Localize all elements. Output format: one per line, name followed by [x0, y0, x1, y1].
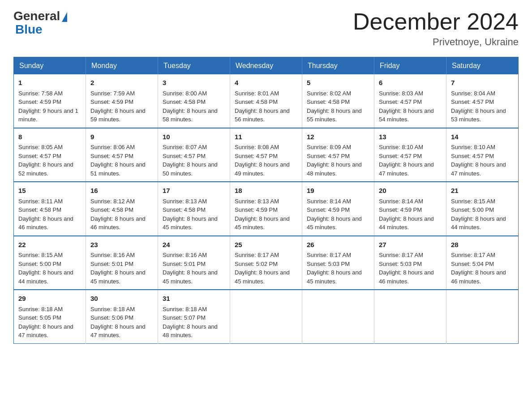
sunrise-text: Sunrise: 8:06 AM: [90, 144, 135, 150]
sunset-text: Sunset: 5:03 PM: [379, 261, 422, 267]
day-number: 31: [163, 294, 225, 304]
day-number: 9: [90, 132, 153, 142]
sunrise-text: Sunrise: 8:16 AM: [163, 252, 207, 258]
location-label: Privetnoye, Ukraine: [353, 36, 519, 48]
calendar-week-row: 29 Sunrise: 8:18 AM Sunset: 5:05 PM Dayl…: [14, 290, 519, 343]
daylight-text: Daylight: 8 hours and 47 minutes.: [451, 161, 506, 177]
sunrise-text: Sunrise: 8:05 AM: [18, 144, 63, 150]
daylight-text: Daylight: 8 hours and 47 minutes.: [90, 323, 146, 339]
daylight-text: Daylight: 8 hours and 46 minutes.: [451, 269, 506, 285]
daylight-text: Daylight: 8 hours and 44 minutes.: [451, 215, 506, 231]
sunset-text: Sunset: 5:04 PM: [451, 261, 494, 267]
day-number: 5: [307, 78, 369, 88]
sunrise-text: Sunrise: 8:18 AM: [90, 306, 135, 313]
day-number: 12: [307, 132, 369, 142]
daylight-text: Daylight: 8 hours and 47 minutes.: [18, 323, 73, 339]
calendar-day-cell: 3 Sunrise: 8:00 AM Sunset: 4:58 PM Dayli…: [158, 74, 230, 128]
day-number: 25: [235, 240, 297, 250]
calendar-day-cell: 7 Sunrise: 8:04 AM Sunset: 4:57 PM Dayli…: [446, 74, 519, 128]
logo-general-text: General: [13, 9, 60, 23]
calendar-day-cell: [446, 290, 519, 343]
sunset-text: Sunset: 4:59 PM: [307, 206, 350, 213]
day-number: 8: [18, 132, 81, 142]
title-section: December 2024 Privetnoye, Ukraine: [353, 9, 519, 48]
calendar-day-cell: 26 Sunrise: 8:17 AM Sunset: 5:03 PM Dayl…: [302, 236, 374, 290]
day-of-week-header: Sunday: [14, 57, 86, 75]
daylight-text: Daylight: 8 hours and 52 minutes.: [18, 161, 73, 177]
sunrise-text: Sunrise: 8:00 AM: [163, 90, 207, 97]
day-number: 2: [90, 78, 153, 88]
sunset-text: Sunset: 4:57 PM: [451, 153, 494, 159]
calendar-day-cell: 8 Sunrise: 8:05 AM Sunset: 4:57 PM Dayli…: [14, 128, 86, 182]
sunset-text: Sunset: 5:00 PM: [18, 261, 61, 267]
calendar-day-cell: 10 Sunrise: 8:07 AM Sunset: 4:57 PM Dayl…: [158, 128, 230, 182]
day-number: 21: [451, 186, 514, 196]
days-header-row: SundayMondayTuesdayWednesdayThursdayFrid…: [14, 57, 519, 75]
day-number: 27: [379, 240, 442, 250]
daylight-text: Daylight: 8 hours and 51 minutes.: [90, 161, 146, 177]
calendar-day-cell: 18 Sunrise: 8:13 AM Sunset: 4:59 PM Dayl…: [230, 182, 302, 236]
sunset-text: Sunset: 4:57 PM: [18, 153, 61, 159]
sunrise-text: Sunrise: 8:12 AM: [90, 198, 135, 205]
daylight-text: Daylight: 8 hours and 46 minutes.: [90, 215, 146, 231]
day-of-week-header: Tuesday: [158, 57, 230, 75]
day-of-week-header: Monday: [86, 57, 158, 75]
sunset-text: Sunset: 4:58 PM: [307, 98, 350, 105]
sunrise-text: Sunrise: 8:14 AM: [379, 198, 423, 205]
sunset-text: Sunset: 5:01 PM: [163, 261, 206, 267]
sunset-text: Sunset: 4:58 PM: [235, 98, 278, 105]
day-number: 6: [379, 78, 442, 88]
day-number: 29: [18, 294, 81, 304]
calendar-day-cell: 14 Sunrise: 8:10 AM Sunset: 4:57 PM Dayl…: [446, 128, 519, 182]
calendar-day-cell: [374, 290, 446, 343]
sunrise-text: Sunrise: 8:15 AM: [451, 198, 495, 205]
day-number: 16: [90, 186, 153, 196]
day-of-week-header: Thursday: [302, 57, 374, 75]
day-number: 19: [307, 186, 369, 196]
sunrise-text: Sunrise: 8:17 AM: [379, 252, 423, 258]
daylight-text: Daylight: 8 hours and 58 minutes.: [163, 107, 218, 123]
sunrise-text: Sunrise: 8:17 AM: [451, 252, 495, 258]
sunrise-text: Sunrise: 8:07 AM: [163, 144, 207, 150]
sunset-text: Sunset: 4:57 PM: [90, 153, 133, 159]
sunset-text: Sunset: 4:59 PM: [90, 98, 133, 105]
calendar-day-cell: 31 Sunrise: 8:18 AM Sunset: 5:07 PM Dayl…: [158, 290, 230, 343]
calendar-day-cell: 16 Sunrise: 8:12 AM Sunset: 4:58 PM Dayl…: [86, 182, 158, 236]
calendar-day-cell: 1 Sunrise: 7:58 AM Sunset: 4:59 PM Dayli…: [14, 74, 86, 128]
day-number: 26: [307, 240, 369, 250]
sunset-text: Sunset: 4:59 PM: [18, 98, 61, 105]
calendar-day-cell: 6 Sunrise: 8:03 AM Sunset: 4:57 PM Dayli…: [374, 74, 446, 128]
day-number: 24: [163, 240, 225, 250]
sunset-text: Sunset: 5:05 PM: [18, 314, 61, 321]
sunset-text: Sunset: 5:01 PM: [90, 261, 133, 267]
sunrise-text: Sunrise: 8:04 AM: [451, 90, 495, 97]
sunrise-text: Sunrise: 8:14 AM: [307, 198, 351, 205]
sunrise-text: Sunrise: 8:03 AM: [379, 90, 423, 97]
sunrise-text: Sunrise: 8:15 AM: [18, 252, 63, 258]
daylight-text: Daylight: 8 hours and 44 minutes.: [379, 215, 434, 231]
calendar-day-cell: 20 Sunrise: 8:14 AM Sunset: 4:59 PM Dayl…: [374, 182, 446, 236]
daylight-text: Daylight: 8 hours and 44 minutes.: [18, 269, 73, 285]
sunset-text: Sunset: 4:57 PM: [451, 98, 494, 105]
calendar-day-cell: 22 Sunrise: 8:15 AM Sunset: 5:00 PM Dayl…: [14, 236, 86, 290]
sunrise-text: Sunrise: 8:11 AM: [18, 198, 63, 205]
sunset-text: Sunset: 4:58 PM: [90, 206, 133, 213]
day-number: 10: [163, 132, 225, 142]
daylight-text: Daylight: 8 hours and 48 minutes.: [307, 161, 362, 177]
sunrise-text: Sunrise: 8:13 AM: [235, 198, 279, 205]
calendar-week-row: 22 Sunrise: 8:15 AM Sunset: 5:00 PM Dayl…: [14, 236, 519, 290]
sunset-text: Sunset: 4:58 PM: [18, 206, 61, 213]
day-number: 13: [379, 132, 442, 142]
daylight-text: Daylight: 8 hours and 45 minutes.: [235, 269, 290, 285]
calendar-day-cell: 9 Sunrise: 8:06 AM Sunset: 4:57 PM Dayli…: [86, 128, 158, 182]
calendar-day-cell: 11 Sunrise: 8:08 AM Sunset: 4:57 PM Dayl…: [230, 128, 302, 182]
daylight-text: Daylight: 9 hours and 1 minute.: [18, 107, 78, 123]
sunrise-text: Sunrise: 8:16 AM: [90, 252, 135, 258]
page-header: General Blue December 2024 Privetnoye, U…: [13, 9, 519, 48]
day-number: 18: [235, 186, 297, 196]
daylight-text: Daylight: 8 hours and 50 minutes.: [163, 161, 218, 177]
sunrise-text: Sunrise: 8:17 AM: [235, 252, 279, 258]
day-of-week-header: Wednesday: [230, 57, 302, 75]
day-number: 23: [90, 240, 153, 250]
logo-blue-text: Blue: [15, 22, 43, 37]
